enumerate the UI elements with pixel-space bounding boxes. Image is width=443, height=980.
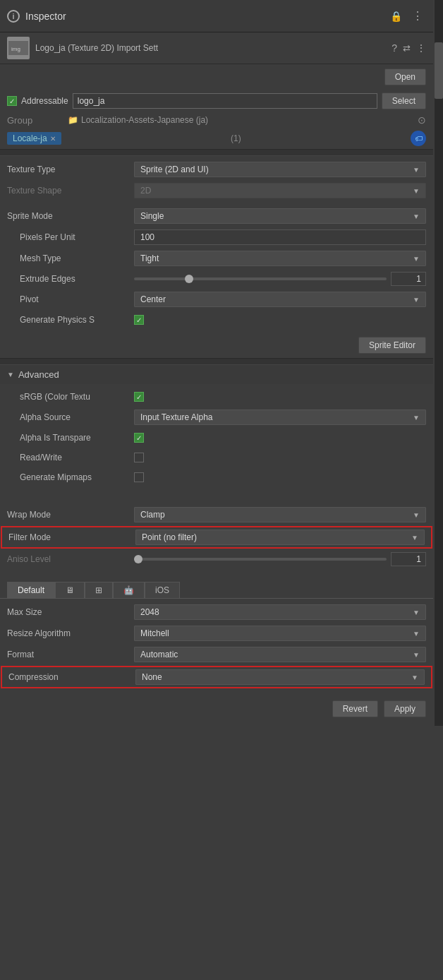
mesh-type-dropdown[interactable]: Tight ▼ — [134, 251, 426, 266]
platform-settings-section: Max Size 2048 ▼ Resize Algorithm Mitchel… — [0, 599, 433, 692]
max-size-value: 2048 — [140, 607, 159, 617]
texture-section: Texture Type Sprite (2D and UI) ▼ Textur… — [0, 156, 433, 333]
filter-mode-row: Filter Mode Point (no filter) ▼ — [1, 527, 432, 548]
tab-default[interactable]: Default — [7, 582, 55, 598]
max-size-dropdown[interactable]: 2048 ▼ — [134, 604, 426, 620]
folder-icon: 📁 — [68, 115, 78, 125]
sprite-editor-button[interactable]: Sprite Editor — [358, 337, 426, 354]
texture-type-label: Texture Type — [7, 165, 134, 174]
format-label: Format — [7, 650, 134, 659]
adjust-icon[interactable]: ⇄ — [403, 43, 411, 54]
addressable-label: Addressable — [21, 96, 68, 106]
filter-mode-dropdown[interactable]: Point (no filter) ▼ — [135, 530, 425, 545]
open-row: Open — [0, 64, 433, 90]
apply-button[interactable]: Apply — [384, 700, 426, 717]
chevron-down-icon: ▼ — [413, 511, 420, 519]
generate-physics-checkbox[interactable]: ✓ — [134, 315, 144, 325]
chevron-down-icon: ▼ — [413, 187, 420, 195]
console-icon: ⊞ — [95, 585, 102, 595]
resize-algo-dropdown[interactable]: Mitchell ▼ — [134, 626, 426, 641]
locale-tag-label: Locale-ja — [13, 133, 47, 143]
max-size-label: Max Size — [7, 607, 134, 617]
sprite-mode-value: Single — [140, 211, 164, 221]
tab-desktop[interactable]: 🖥 — [55, 582, 85, 598]
read-write-checkbox[interactable] — [134, 453, 144, 462]
mesh-type-row: Mesh Type Tight ▼ — [0, 248, 433, 269]
max-size-row: Max Size 2048 ▼ — [0, 602, 433, 623]
bottom-bar: Revert Apply — [0, 692, 433, 726]
chevron-down-icon: ▼ — [413, 609, 420, 616]
format-dropdown[interactable]: Automatic ▼ — [134, 647, 426, 662]
inspector-header: i Inspector 🔒 ⋮ — [0, 0, 433, 32]
extrude-edges-value[interactable] — [391, 272, 426, 286]
extrude-edges-slider[interactable] — [134, 277, 387, 280]
group-value-text: Localization-Assets-Japanese (ja) — [81, 115, 208, 125]
locale-tag[interactable]: Locale-ja ✕ — [7, 132, 61, 145]
chevron-down-icon: ▼ — [411, 534, 418, 542]
tag-icon[interactable]: 🏷 — [411, 131, 426, 146]
texture-type-row: Texture Type Sprite (2D and UI) ▼ — [0, 159, 433, 180]
help-icon[interactable]: ? — [392, 42, 397, 54]
chevron-down-icon: ▼ — [413, 213, 420, 220]
texture-type-dropdown[interactable]: Sprite (2D and UI) ▼ — [134, 162, 426, 177]
advanced-label: Advanced — [18, 369, 59, 380]
srgb-checkbox[interactable]: ✓ — [134, 392, 144, 402]
tag-close-icon[interactable]: ✕ — [50, 135, 56, 143]
sprite-mode-row: Sprite Mode Single ▼ — [0, 205, 433, 227]
chevron-down-icon: ▼ — [413, 651, 420, 659]
sprite-mode-label: Sprite Mode — [7, 211, 134, 221]
revert-button[interactable]: Revert — [332, 700, 378, 717]
open-button[interactable]: Open — [384, 68, 426, 85]
alpha-source-row: Alpha Source Input Texture Alpha ▼ — [0, 407, 433, 428]
collapse-triangle-icon: ▼ — [7, 371, 14, 378]
pivot-row: Pivot Center ▼ — [0, 289, 433, 310]
compression-dropdown[interactable]: None ▼ — [135, 669, 425, 685]
alpha-transparent-checkbox[interactable]: ✓ — [134, 433, 144, 443]
group-row: Group 📁 Localization-Assets-Japanese (ja… — [0, 112, 433, 128]
lock-button[interactable]: 🔒 — [387, 9, 405, 23]
format-value: Automatic — [140, 650, 178, 659]
read-write-row: Read/Write — [0, 448, 433, 467]
generate-mipmaps-checkbox[interactable] — [134, 472, 144, 482]
target-icon[interactable]: ⊙ — [418, 114, 426, 126]
pixels-per-unit-input[interactable] — [134, 229, 426, 245]
tab-android[interactable]: 🤖 — [113, 582, 145, 598]
pivot-dropdown[interactable]: Center ▼ — [134, 292, 426, 307]
wrap-mode-label: Wrap Mode — [7, 510, 134, 520]
texture-shape-dropdown[interactable]: 2D ▼ — [134, 183, 426, 198]
addressable-checkbox[interactable]: ✓ — [7, 96, 17, 106]
tab-console[interactable]: ⊞ — [85, 582, 113, 598]
compression-row: Compression None ▼ — [1, 667, 432, 688]
aniso-level-value[interactable] — [391, 552, 426, 566]
alpha-source-dropdown[interactable]: Input Texture Alpha ▼ — [134, 410, 426, 425]
wrap-mode-dropdown[interactable]: Clamp ▼ — [134, 507, 426, 522]
more-menu-button[interactable]: ⋮ — [409, 8, 426, 24]
aniso-level-label: Aniso Level — [7, 554, 134, 564]
tab-default-label: Default — [18, 585, 44, 595]
extrude-edges-slider-wrap — [134, 272, 426, 286]
sprite-mode-dropdown[interactable]: Single ▼ — [134, 208, 426, 224]
mesh-type-label: Mesh Type — [7, 253, 134, 263]
tab-ios[interactable]: iOS — [145, 582, 180, 598]
texture-type-value: Sprite (2D and UI) — [140, 165, 209, 174]
pivot-label: Pivot — [7, 294, 134, 304]
alpha-source-label: Alpha Source — [7, 412, 134, 422]
pixels-per-unit-row: Pixels Per Unit — [0, 227, 433, 248]
chevron-down-icon: ▼ — [413, 296, 420, 304]
extrude-edges-label: Extrude Edges — [7, 274, 134, 284]
generate-physics-row: Generate Physics S ✓ — [0, 310, 433, 330]
srgb-row: sRGB (Color Textu ✓ — [0, 387, 433, 407]
more-icon[interactable]: ⋮ — [416, 42, 426, 54]
compression-value: None — [142, 672, 162, 682]
select-button[interactable]: Select — [382, 92, 426, 109]
format-row: Format Automatic ▼ — [0, 644, 433, 665]
desktop-icon: 🖥 — [66, 585, 74, 595]
advanced-section: sRGB (Color Textu ✓ Alpha Source Input T… — [0, 384, 433, 490]
advanced-section-header[interactable]: ▼ Advanced — [0, 365, 433, 384]
alpha-transparent-label: Alpha Is Transpare — [7, 433, 134, 443]
android-icon: 🤖 — [123, 585, 134, 595]
addressable-input[interactable] — [73, 93, 377, 109]
aniso-level-slider[interactable] — [134, 558, 387, 561]
tab-ios-label: iOS — [155, 585, 169, 595]
generate-physics-label: Generate Physics S — [7, 315, 134, 325]
